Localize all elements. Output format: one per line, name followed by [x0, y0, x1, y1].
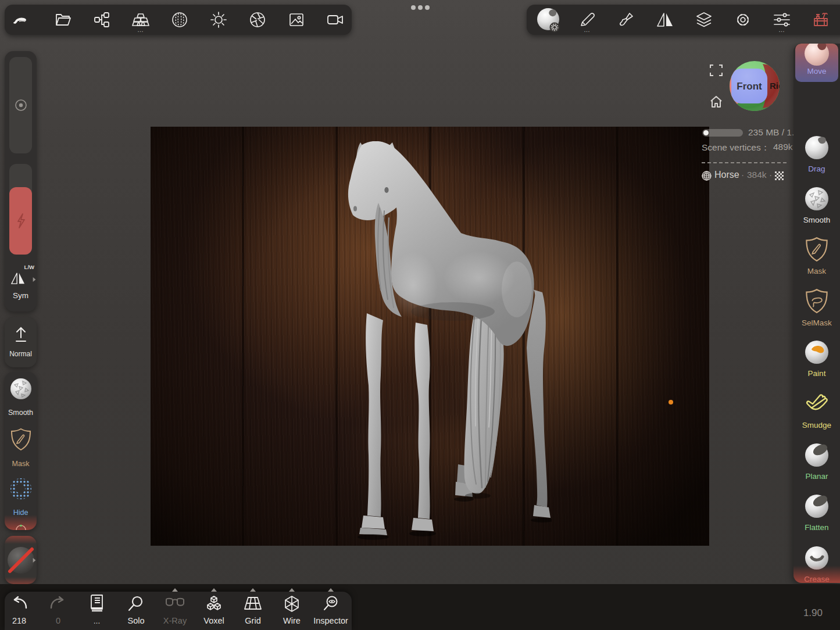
smudge-finger-icon	[803, 391, 830, 417]
material-blocks-icon	[132, 12, 149, 27]
alpha-preview-panel[interactable]	[5, 536, 37, 584]
pencil-stroke-icon	[579, 12, 595, 28]
fullscreen-icon	[710, 64, 723, 77]
voxel-button[interactable]: Voxel	[196, 592, 231, 630]
tool-smooth[interactable]: Smooth	[793, 185, 840, 232]
stroke-mode-panel[interactable]: Normal	[5, 317, 37, 367]
intensity-fill	[9, 187, 32, 255]
tool-drag[interactable]: Drag	[793, 134, 840, 181]
open-folder-icon	[55, 12, 71, 28]
matcap-button[interactable]	[164, 5, 195, 35]
intensity-slider[interactable]	[9, 164, 32, 255]
tool-smudge[interactable]: Smudge	[793, 391, 840, 437]
flatten-sphere-icon	[803, 493, 830, 520]
hide-dotted-icon	[9, 477, 33, 501]
undo-count: 218	[12, 616, 26, 625]
sym-expand-caret	[33, 277, 36, 282]
solo-button[interactable]: Solo	[119, 592, 153, 630]
horse-model[interactable]	[342, 141, 552, 542]
stroke-button[interactable]: …	[571, 5, 603, 35]
camera-button[interactable]	[320, 5, 351, 35]
home-icon	[709, 95, 723, 109]
app-version: 1.90	[803, 607, 823, 619]
wireframe-icon	[283, 595, 301, 613]
tool-planar[interactable]: Planar	[793, 442, 840, 488]
cursor-dot	[669, 400, 673, 405]
wire-menu-caret	[289, 588, 295, 592]
alpha-scroll-glow-bottom	[5, 577, 37, 584]
redo-button[interactable]: 0	[41, 592, 76, 630]
tool-paint[interactable]: Paint	[793, 339, 840, 385]
tool-drag-label: Drag	[793, 164, 840, 173]
scene-graph-button[interactable]	[86, 5, 117, 35]
move-sphere-icon	[803, 44, 830, 67]
lighting-button[interactable]	[203, 5, 234, 35]
symmetry-toggle[interactable]: L/W Sym	[5, 259, 37, 308]
tool-selmask[interactable]: SelMask	[793, 288, 840, 335]
inspector-eye-icon	[322, 595, 339, 613]
undo-button[interactable]: 218	[2, 592, 37, 630]
material-button[interactable]: …	[125, 5, 156, 35]
scene-vertices-value: 489k	[773, 142, 793, 152]
wire-button[interactable]: Wire	[274, 592, 309, 630]
object-name: Horse	[714, 170, 739, 180]
tool-selmask-label: SelMask	[793, 318, 840, 327]
camera-aperture-icon	[249, 12, 266, 28]
orientation-gizmo[interactable]: Front Rig	[730, 61, 780, 111]
tool-flatten-label: Flatten	[793, 523, 840, 532]
inspector-button[interactable]: Inspector	[313, 592, 348, 630]
tool-move[interactable]: Move	[793, 44, 840, 83]
dot-separator: ·	[769, 170, 772, 180]
toolbox-button[interactable]	[805, 5, 837, 35]
xray-button[interactable]: X-Ray	[158, 592, 192, 630]
mask-shield-icon	[805, 237, 829, 262]
tool-move-label: Move	[793, 67, 840, 76]
solo-magnifier-icon	[127, 595, 145, 613]
quick-tool-smooth[interactable]: Smooth	[5, 374, 37, 422]
quick-tool-mask[interactable]: Mask	[5, 424, 37, 472]
sun-icon	[210, 12, 227, 28]
redo-count: 0	[56, 616, 60, 625]
grid-icon	[244, 595, 262, 611]
app-logo-button[interactable]	[3, 5, 35, 35]
tool-mask[interactable]: Mask	[793, 237, 840, 283]
inspector-menu-caret	[328, 588, 334, 592]
symmetry-button[interactable]	[649, 5, 681, 35]
object-texture-icon	[775, 171, 784, 180]
topology-filters-button[interactable]: …	[766, 5, 798, 35]
grid-button[interactable]: Grid	[235, 592, 270, 630]
voxel-menu-caret	[211, 588, 217, 592]
sym-mode-badge: L/W	[24, 264, 34, 270]
matcap-preview-button[interactable]	[532, 5, 564, 35]
postprocess-button[interactable]	[242, 5, 273, 35]
alpha-expand-caret	[33, 558, 36, 563]
mask-shield-icon	[10, 428, 32, 451]
undo-icon	[10, 595, 28, 611]
top-left-toolbar: …	[5, 5, 352, 35]
normal-arrow-icon	[13, 325, 28, 343]
tool-flatten[interactable]: Flatten	[793, 493, 840, 539]
stroke-more-indicator: …	[571, 27, 603, 33]
solo-label: Solo	[127, 616, 144, 625]
tool-panel: Move Drag Smooth	[793, 44, 840, 583]
top-right-toolbar: …	[527, 5, 840, 35]
layers-button[interactable]	[688, 5, 720, 35]
tool-mask-label: Mask	[793, 267, 840, 275]
smooth-sphere-icon	[803, 185, 830, 212]
multitask-handle[interactable]	[411, 5, 430, 10]
history-button[interactable]: …	[80, 592, 115, 630]
app-window: Front Rig 235 MB / 1.4 Scene vertices： 4…	[0, 0, 840, 630]
redo-icon	[49, 595, 67, 611]
dot-separator: ·	[741, 170, 744, 180]
alpha-scroll-glow-top	[5, 536, 37, 544]
sculpt-viewport[interactable]	[151, 127, 709, 546]
settings-button[interactable]	[727, 5, 759, 35]
background-button[interactable]	[281, 5, 312, 35]
planar-sphere-icon	[803, 442, 830, 468]
scene-vertices-label: Scene vertices：	[702, 142, 770, 154]
paintbrush-icon	[618, 12, 634, 28]
falloff-button[interactable]	[610, 5, 642, 35]
tool-smooth-label: Smooth	[793, 216, 840, 224]
files-button[interactable]	[47, 5, 78, 35]
radius-slider[interactable]	[9, 57, 32, 153]
